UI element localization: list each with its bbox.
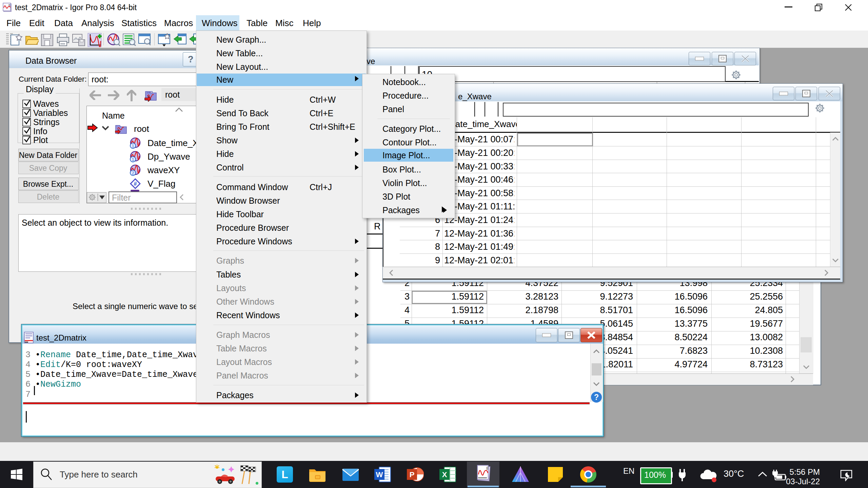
svg-text:W: W — [376, 470, 383, 479]
svg-text:#: # — [134, 181, 137, 187]
svg-text:1: 1 — [132, 157, 134, 162]
svg-text:1: 1 — [132, 143, 134, 148]
svg-text:8: 8 — [486, 466, 489, 471]
svg-text:X: X — [442, 470, 447, 479]
svg-text:8: 8 — [8, 3, 10, 7]
svg-text:P: P — [410, 470, 415, 479]
svg-text:2: 2 — [132, 170, 134, 176]
